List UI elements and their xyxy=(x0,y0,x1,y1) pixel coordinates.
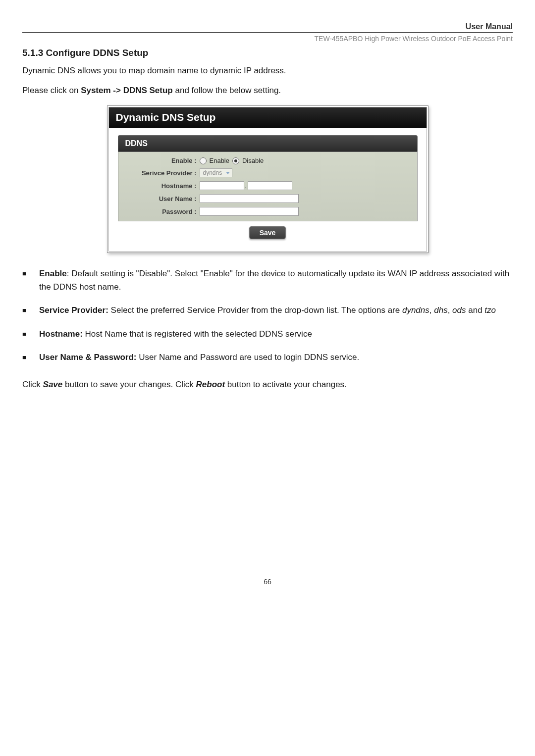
list-text: Hostname: Host Name that is registered w… xyxy=(39,327,513,341)
password-label: Password : xyxy=(125,208,200,215)
provider-label: Serivce Provider : xyxy=(125,169,200,177)
intro-paragraph-1: Dynamic DNS allows you to map domain nam… xyxy=(22,64,513,77)
enable-control: Enable Disable xyxy=(200,157,264,164)
enable-radio[interactable] xyxy=(200,157,207,164)
disable-radio[interactable] xyxy=(232,157,239,164)
list-item: ■ Enable: Default setting is "Disable". … xyxy=(22,267,513,294)
intro2-bold: System -> DDNS Setup xyxy=(81,86,173,95)
footer-save: Save xyxy=(43,380,63,389)
and: and xyxy=(466,305,485,315)
footer-reboot: Reboot xyxy=(196,380,225,389)
bullet-bold: Hostname: xyxy=(39,329,83,339)
list-item: ■ Hostname: Host Name that is registered… xyxy=(22,327,513,341)
save-button-wrap: Save xyxy=(118,221,418,242)
provider-control: dyndns xyxy=(200,168,233,177)
bullet-bold: Enable xyxy=(39,269,67,278)
user-manual-label: User Manual xyxy=(466,22,513,31)
italic-dhs: dhs xyxy=(434,305,447,315)
comma2: , xyxy=(448,305,452,315)
username-control xyxy=(200,194,299,203)
bullet-body: Default setting is "Disable". Select "En… xyxy=(39,269,509,292)
footer-pre: Click xyxy=(22,380,43,389)
italic-tzo: tzo xyxy=(484,305,496,315)
footer-paragraph: Click Save button to save your changes. … xyxy=(22,380,513,390)
italic-ods: ods xyxy=(452,305,466,315)
italic-dyndns: dyndns xyxy=(402,305,429,315)
provider-select[interactable]: dyndns xyxy=(200,168,233,177)
ddns-setup-figure: Dynamic DNS Setup DDNS Enable : Enable D… xyxy=(107,105,428,253)
list-item: ■ User Name & Password: User Name and Pa… xyxy=(22,351,513,364)
ddns-header: DDNS xyxy=(118,135,418,152)
header-user-manual: User Manual xyxy=(22,22,513,31)
intro2-pre: Please click on xyxy=(22,86,81,95)
bullet-body: Host Name that is registered with the se… xyxy=(85,329,312,339)
password-row: Password : xyxy=(118,205,417,218)
intro-paragraph-2: Please click on System -> DDNS Setup and… xyxy=(22,84,513,97)
list-text: Service Provider: Select the preferred S… xyxy=(39,303,513,317)
provider-row: Serivce Provider : dyndns xyxy=(118,166,417,179)
bullet-bold: User Name & Password: xyxy=(39,353,137,362)
intro2-post: and follow the below setting. xyxy=(173,86,281,95)
username-row: User Name : xyxy=(118,192,417,205)
bullet-sep: : xyxy=(67,269,71,278)
footer-mid: button to save your changes. Click xyxy=(62,380,196,389)
hostname-input-1[interactable] xyxy=(200,181,244,190)
section-title: 5.1.3 Configure DDNS Setup xyxy=(22,48,513,58)
footer-post: button to activate your changes. xyxy=(225,380,347,389)
list-text: User Name & Password: User Name and Pass… xyxy=(39,351,513,364)
bullet-list: ■ Enable: Default setting is "Disable". … xyxy=(22,267,513,364)
bullet-bold: Service Provider: xyxy=(39,305,108,315)
password-control xyxy=(200,207,299,216)
username-input[interactable] xyxy=(200,194,299,203)
hostname-row: Hostname : . xyxy=(118,179,417,192)
username-label: User Name : xyxy=(125,195,200,202)
disable-option-label: Disable xyxy=(242,157,264,164)
hostname-label: Hostname : xyxy=(125,182,200,190)
hostname-dot: . xyxy=(245,182,247,190)
bullet-pre: Select the preferred Service Provider fr… xyxy=(111,305,402,315)
bullet-body: User Name and Password are used to login… xyxy=(139,353,359,362)
list-text: Enable: Default setting is "Disable". Se… xyxy=(39,267,513,294)
header-divider xyxy=(22,32,513,33)
ddns-section: DDNS Enable : Enable Disable Serivce Pro… xyxy=(109,128,427,251)
enable-row: Enable : Enable Disable xyxy=(118,155,417,166)
list-item: ■ Service Provider: Select the preferred… xyxy=(22,303,513,317)
ddns-form: Enable : Enable Disable Serivce Provider… xyxy=(118,152,418,221)
hostname-input-2[interactable] xyxy=(248,181,292,190)
bullet-icon: ■ xyxy=(22,267,39,294)
comma: , xyxy=(429,305,434,315)
bullet-icon: ■ xyxy=(22,303,39,317)
password-input[interactable] xyxy=(200,207,299,216)
enable-option-label: Enable xyxy=(210,157,229,164)
save-button[interactable]: Save xyxy=(249,226,286,239)
hostname-control: . xyxy=(200,181,293,190)
figure-inner: Dynamic DNS Setup DDNS Enable : Enable D… xyxy=(108,107,427,252)
page-number: 66 xyxy=(22,578,513,586)
product-line: TEW-455APBO High Power Wireless Outdoor … xyxy=(22,35,513,43)
dns-title-bar: Dynamic DNS Setup xyxy=(109,107,427,128)
bullet-icon: ■ xyxy=(22,327,39,341)
enable-label: Enable : xyxy=(125,157,200,164)
bullet-icon: ■ xyxy=(22,351,39,364)
